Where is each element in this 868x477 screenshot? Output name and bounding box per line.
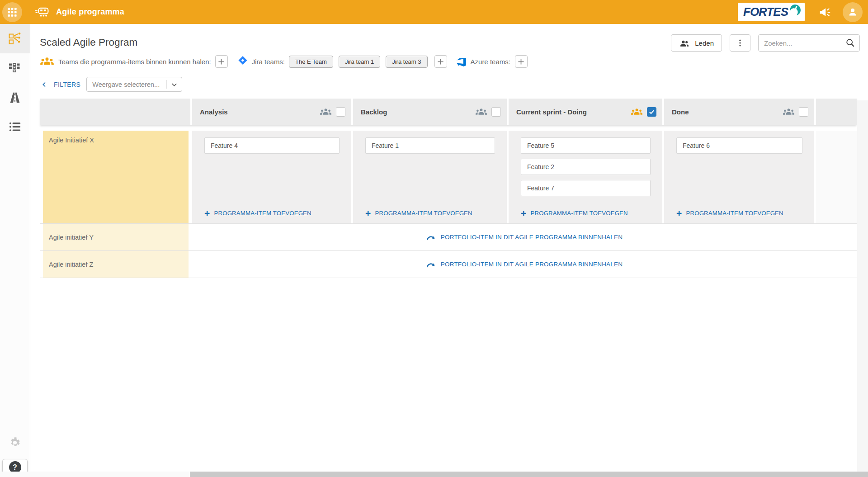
program-item-card[interactable]: Feature 2: [521, 159, 651, 175]
board-header-label-cell: [40, 99, 190, 125]
kanban-board: Analysis Backlog Current sprint - Doing …: [40, 99, 868, 278]
row-tail-cell: [816, 131, 857, 223]
settings-button[interactable]: [0, 436, 30, 449]
filters-label[interactable]: FILTERS: [54, 81, 80, 88]
view-select[interactable]: Weergave selecteren...: [86, 77, 182, 92]
add-jira-team-button[interactable]: [434, 55, 447, 68]
azure-devops-icon: [455, 55, 468, 68]
add-program-item-link[interactable]: + PROGRAMMA-ITEM TOEVOEGEN: [521, 210, 628, 217]
pull-portfolio-item-label: PORTFOLIO-ITEM IN DIT AGILE PROGRAMMA BI…: [441, 234, 623, 241]
program-item-card[interactable]: Feature 7: [521, 180, 651, 196]
redo-arrow-icon: [426, 233, 436, 241]
add-team-button[interactable]: [215, 55, 228, 68]
jira-team-chip[interactable]: The E Team: [289, 56, 333, 68]
add-program-item-link[interactable]: + PROGRAMMA-ITEM TOEVOEGEN: [204, 210, 311, 217]
horizontal-scrollbar-thumb[interactable]: [190, 472, 868, 477]
jira-team-chip[interactable]: Jira team 1: [339, 56, 380, 68]
program-item-card[interactable]: Feature 1: [365, 137, 495, 154]
fortes-swirl-icon: [789, 4, 801, 16]
initiative-card[interactable]: Agile initiatief Z: [43, 251, 189, 278]
team-filter-icon: [320, 106, 332, 118]
column-title: Analysis: [192, 108, 320, 116]
column-title: Backlog: [353, 108, 475, 116]
board-header-tail-cell: [816, 99, 857, 125]
cell-current-sprint: Feature 5 Feature 2 Feature 7 + PROGRAMM…: [509, 131, 662, 223]
plus-icon: [437, 58, 444, 65]
board-header-row: Analysis Backlog Current sprint - Doing …: [40, 99, 857, 125]
sidebar-item-backlog-list[interactable]: [0, 112, 30, 142]
fortes-logo: FORTES: [738, 3, 805, 21]
cell-analysis: Feature 4 + PROGRAMMA-ITEM TOEVOEGEN: [192, 131, 351, 223]
column-title: Done: [664, 108, 783, 116]
column-header-backlog: Backlog: [353, 99, 507, 125]
add-azure-team-button[interactable]: [515, 55, 528, 68]
checkmark-icon: [648, 108, 656, 116]
column-checkbox[interactable]: [336, 107, 345, 117]
collapse-filters-button[interactable]: [41, 81, 48, 88]
add-program-item-label: PROGRAMMA-ITEM TOEVOEGEN: [375, 210, 472, 217]
jira-teams-label: Jira teams:: [252, 58, 285, 66]
column-checkbox-checked[interactable]: [647, 107, 656, 117]
search-input[interactable]: [758, 34, 860, 52]
column-title: Current sprint - Doing: [509, 108, 631, 116]
jira-team-chip[interactable]: Jira team 3: [386, 56, 427, 68]
cell-done: Feature 6 + PROGRAMMA-ITEM TOEVOEGEN: [664, 131, 814, 223]
program-board-icon: [8, 32, 22, 46]
row-label-cell: Agile initiatief Z: [40, 251, 190, 278]
plus-icon: +: [521, 210, 526, 217]
top-bar: Agile programma FORTES: [0, 0, 868, 24]
fortes-logo-text: FORTES: [743, 5, 788, 19]
add-program-item-label: PROGRAMMA-ITEM TOEVOEGEN: [686, 210, 783, 217]
row-label-cell: Agile Initiatief X: [40, 131, 190, 223]
main-content: Scaled Agile Program Leden Teams die pro…: [30, 24, 868, 477]
team-filter-icon: [783, 106, 795, 118]
pull-portfolio-item-link[interactable]: PORTFOLIO-ITEM IN DIT AGILE PROGRAMMA BI…: [426, 233, 623, 241]
roadmap-icon: [9, 91, 21, 104]
kebab-menu-icon: [736, 38, 745, 47]
list-icon: [9, 120, 22, 133]
app-launcher-button[interactable]: [2, 2, 22, 22]
initiative-card[interactable]: Agile initiatief Y: [43, 224, 189, 250]
plus-icon: [218, 58, 225, 65]
teams-bar: Teams die programma-items binnen kunnen …: [40, 54, 868, 69]
program-item-card[interactable]: Feature 5: [521, 137, 651, 154]
filters-bar: FILTERS Weergave selecteren...: [41, 77, 868, 92]
jira-icon: [236, 55, 250, 68]
apps-grid-icon: [7, 7, 17, 17]
add-program-item-link[interactable]: + PROGRAMMA-ITEM TOEVOEGEN: [365, 210, 472, 217]
pull-portfolio-item-link[interactable]: PORTFOLIO-ITEM IN DIT AGILE PROGRAMMA BI…: [426, 260, 623, 269]
redo-arrow-icon: [426, 260, 436, 269]
sidebar-item-roadmap[interactable]: [0, 83, 30, 112]
azure-teams-label: Azure teams:: [471, 58, 510, 66]
plus-icon: +: [204, 210, 210, 217]
initiative-card[interactable]: Agile Initiatief X: [43, 131, 189, 223]
person-icon: [847, 6, 859, 18]
program-item-card[interactable]: Feature 6: [676, 137, 802, 154]
app-title: Agile programma: [56, 7, 124, 17]
members-button[interactable]: Leden: [671, 34, 722, 52]
add-program-item-link[interactable]: + PROGRAMMA-ITEM TOEVOEGEN: [676, 210, 783, 217]
sidebar-item-program-board[interactable]: [0, 24, 30, 53]
column-checkbox[interactable]: [799, 107, 808, 117]
team-filter-icon: [631, 106, 643, 118]
collapsed-row-body: PORTFOLIO-ITEM IN DIT AGILE PROGRAMMA BI…: [192, 224, 857, 250]
announcements-button[interactable]: [818, 5, 832, 19]
initiative-row-y: Agile initiatief Y PORTFOLIO-ITEM IN DIT…: [40, 224, 857, 251]
user-avatar[interactable]: [843, 2, 863, 22]
plus-icon: +: [676, 210, 682, 217]
program-item-card[interactable]: Feature 4: [204, 137, 340, 154]
portfolio-board-icon: [8, 61, 22, 75]
left-sidebar: ?: [0, 24, 30, 477]
sidebar-item-portfolio-board[interactable]: [0, 53, 30, 83]
more-options-button[interactable]: [730, 34, 750, 52]
agile-release-train-icon: [34, 7, 49, 17]
column-header-analysis: Analysis: [192, 99, 351, 125]
add-program-item-label: PROGRAMMA-ITEM TOEVOEGEN: [214, 210, 311, 217]
initiative-row-x: Agile Initiatief X Feature 4 + PROGRAMMA…: [40, 131, 857, 224]
column-checkbox[interactable]: [491, 107, 501, 117]
chevron-left-icon: [41, 81, 48, 88]
column-header-current-sprint: Current sprint - Doing: [509, 99, 662, 125]
view-select-value: Weergave selecteren...: [92, 81, 160, 88]
teams-icon: [40, 54, 54, 69]
pull-teams-label: Teams die programma-items binnen kunnen …: [58, 58, 211, 66]
